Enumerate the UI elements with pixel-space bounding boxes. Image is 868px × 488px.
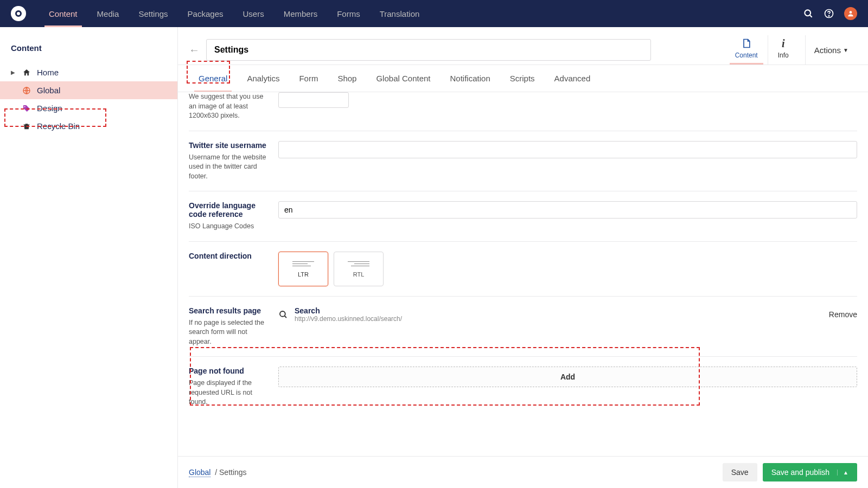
prop-search-results-page: Search results page If no page is select… bbox=[189, 297, 857, 357]
direction-ltr-option[interactable]: LTR bbox=[278, 252, 328, 286]
tab-form[interactable]: Form bbox=[289, 65, 328, 92]
node-name-input[interactable] bbox=[206, 39, 651, 61]
tab-analytics[interactable]: Analytics bbox=[237, 65, 289, 92]
tab-general[interactable]: General bbox=[189, 65, 237, 92]
nav-packages[interactable]: Packages bbox=[178, 0, 233, 27]
nav-content[interactable]: Content bbox=[39, 0, 87, 27]
prop-description: If no page is selected the search form w… bbox=[189, 318, 270, 347]
tree-item-recycle[interactable]: Recycle Bin bbox=[0, 117, 177, 135]
tag-icon bbox=[22, 104, 31, 113]
twitter-username-input[interactable] bbox=[278, 141, 857, 158]
prop-label: Search results page bbox=[189, 306, 270, 315]
image-size-input[interactable] bbox=[278, 92, 349, 108]
nav-settings[interactable]: Settings bbox=[129, 0, 177, 27]
svg-point-0 bbox=[805, 10, 810, 16]
top-nav: Content Media Settings Packages Users Me… bbox=[0, 0, 868, 27]
home-icon bbox=[22, 68, 31, 77]
prop-twitter-username: Twitter site username Username for the w… bbox=[189, 131, 857, 192]
chevron-up-icon[interactable]: ▲ bbox=[837, 470, 848, 476]
nav-translation[interactable]: Translation bbox=[370, 0, 430, 27]
svg-point-4 bbox=[850, 11, 852, 14]
rtl-icon bbox=[348, 260, 369, 268]
sidebar: Content ▶ Home Global Design Recycle Bin bbox=[0, 27, 178, 488]
nav-users[interactable]: Users bbox=[233, 0, 273, 27]
prop-description: ISO Language Codes bbox=[189, 222, 270, 232]
breadcrumb-parent[interactable]: Global bbox=[189, 468, 210, 477]
editor-header: ← Content i Info Actions ▼ bbox=[178, 27, 868, 65]
prop-label: Twitter site username bbox=[189, 141, 270, 150]
tree-item-design[interactable]: Design bbox=[0, 99, 177, 117]
prop-page-not-found: Page not found Page displayed if the req… bbox=[189, 357, 857, 417]
tree-label: Global bbox=[37, 86, 60, 95]
picked-node-url: http://v9.demo.uskinned.local/search/ bbox=[295, 315, 822, 323]
search-icon bbox=[278, 310, 288, 319]
prop-content-direction: Content direction LTR RTL bbox=[189, 242, 857, 297]
tree-item-global[interactable]: Global bbox=[0, 81, 177, 99]
tab-advanced[interactable]: Advanced bbox=[545, 65, 601, 92]
caret-icon[interactable]: ▶ bbox=[11, 69, 16, 75]
breadcrumb-current: Settings bbox=[219, 468, 247, 477]
tree-item-home[interactable]: ▶ Home bbox=[0, 63, 177, 81]
prop-language-code: Override language code reference ISO Lan… bbox=[189, 191, 857, 242]
logo[interactable] bbox=[11, 6, 26, 21]
save-and-publish-button[interactable]: Save and publish ▲ bbox=[763, 463, 857, 481]
language-code-input[interactable] bbox=[278, 201, 857, 219]
actions-menu-button[interactable]: Actions ▼ bbox=[805, 35, 857, 65]
globe-icon bbox=[22, 86, 31, 95]
properties-panel[interactable]: We suggest that you use an image of at l… bbox=[178, 92, 868, 456]
nav-members[interactable]: Members bbox=[274, 0, 328, 27]
app-content[interactable]: Content bbox=[725, 35, 768, 65]
user-avatar[interactable] bbox=[844, 7, 857, 20]
breadcrumb: Global / Settings bbox=[189, 468, 247, 477]
option-label: RTL bbox=[353, 271, 365, 278]
tab-notification[interactable]: Notification bbox=[441, 65, 500, 92]
help-icon[interactable] bbox=[824, 8, 834, 19]
tab-shop[interactable]: Shop bbox=[328, 65, 366, 92]
info-icon: i bbox=[782, 37, 785, 49]
nav-forms[interactable]: Forms bbox=[327, 0, 370, 27]
tree-label: Design bbox=[37, 104, 62, 113]
publish-label: Save and publish bbox=[771, 468, 829, 477]
tab-scripts[interactable]: Scripts bbox=[500, 65, 545, 92]
prop-label: Page not found bbox=[189, 367, 270, 375]
app-info[interactable]: i Info bbox=[768, 35, 799, 65]
back-arrow-icon[interactable]: ← bbox=[189, 44, 200, 56]
app-label: Content bbox=[735, 52, 758, 59]
tree-label: Home bbox=[37, 68, 59, 77]
prop-label: Content direction bbox=[189, 252, 270, 260]
prop-label: Override language code reference bbox=[189, 201, 270, 219]
svg-point-7 bbox=[280, 311, 285, 317]
chevron-down-icon: ▼ bbox=[843, 47, 848, 53]
prop-description: We suggest that you use an image of at l… bbox=[189, 92, 270, 121]
svg-line-1 bbox=[810, 15, 812, 17]
svg-point-6 bbox=[24, 106, 25, 107]
sidebar-title: Content bbox=[0, 38, 177, 63]
tab-global-content[interactable]: Global Content bbox=[366, 65, 440, 92]
trash-icon bbox=[22, 122, 31, 131]
prop-description: Username for the website used in the twi… bbox=[189, 153, 270, 182]
tree-label: Recycle Bin bbox=[37, 121, 80, 131]
editor-main: ← Content i Info Actions ▼ General Analy… bbox=[178, 27, 868, 488]
ltr-icon bbox=[292, 260, 314, 268]
search-icon[interactable] bbox=[803, 8, 814, 19]
content-tabs: General Analytics Form Shop Global Conte… bbox=[178, 65, 868, 92]
direction-rtl-option[interactable]: RTL bbox=[334, 252, 384, 286]
top-nav-items: Content Media Settings Packages Users Me… bbox=[39, 0, 803, 27]
save-button[interactable]: Save bbox=[723, 463, 757, 481]
app-label: Info bbox=[778, 52, 789, 59]
remove-button[interactable]: Remove bbox=[829, 310, 857, 319]
option-label: LTR bbox=[298, 271, 309, 278]
nav-media[interactable]: Media bbox=[87, 0, 129, 27]
picked-node-title: Search bbox=[295, 306, 822, 315]
svg-point-3 bbox=[828, 16, 829, 16]
svg-line-8 bbox=[285, 316, 286, 317]
add-page-button[interactable]: Add bbox=[278, 367, 857, 387]
prop-description: Page displayed if the requested URL is n… bbox=[189, 378, 270, 407]
editor-footer: Global / Settings Save Save and publish … bbox=[178, 456, 868, 488]
